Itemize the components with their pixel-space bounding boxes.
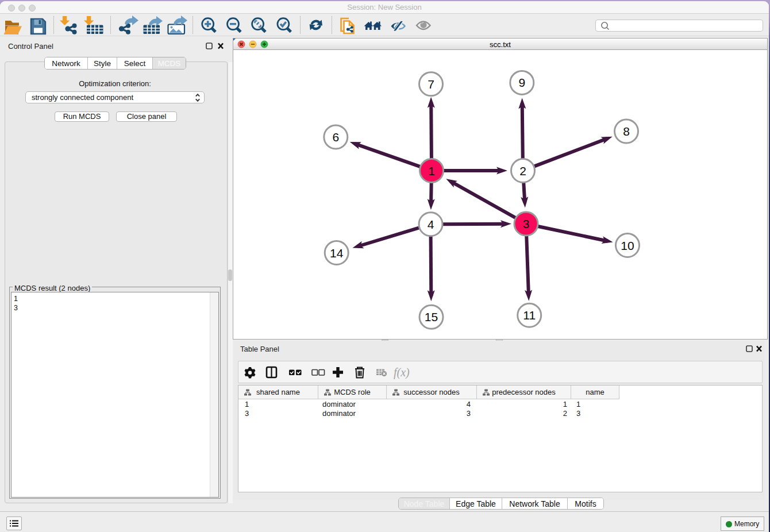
svg-text:f(x): f(x) xyxy=(394,366,410,379)
svg-text:11: 11 xyxy=(523,309,536,322)
svg-text:2: 2 xyxy=(519,164,526,178)
svg-text:14: 14 xyxy=(330,246,344,260)
svg-text:10: 10 xyxy=(621,239,634,252)
svg-text:9: 9 xyxy=(518,76,525,89)
svg-text:1: 1 xyxy=(428,164,435,178)
svg-text:7: 7 xyxy=(428,78,434,91)
svg-text:8: 8 xyxy=(623,125,630,138)
svg-text:6: 6 xyxy=(332,130,339,144)
svg-text:3: 3 xyxy=(523,217,530,230)
svg-text:4: 4 xyxy=(428,218,434,231)
svg-text:15: 15 xyxy=(425,310,438,323)
